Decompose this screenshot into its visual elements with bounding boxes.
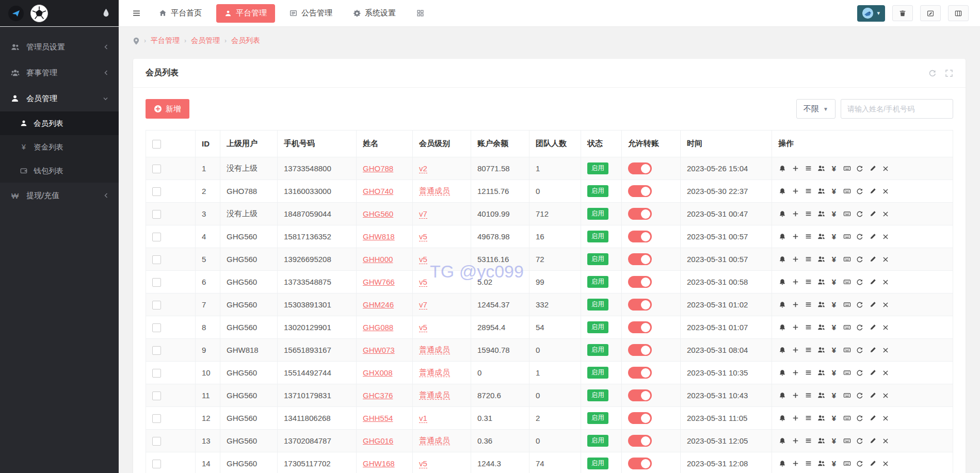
- detail-button[interactable]: [804, 392, 812, 400]
- layout-columns-button[interactable]: [948, 5, 969, 21]
- card-button[interactable]: [843, 165, 851, 173]
- sidebar-item-wallet-list[interactable]: 钱包列表: [0, 159, 119, 183]
- add-sub-button[interactable]: [791, 165, 799, 173]
- member-level-link[interactable]: v7: [419, 209, 427, 219]
- member-level-link[interactable]: v1: [419, 414, 427, 423]
- sidebar-item-member-list[interactable]: 会员列表: [0, 111, 119, 135]
- menu-toggle-icon[interactable]: [126, 0, 147, 27]
- team-button[interactable]: [817, 165, 825, 173]
- refresh-icon[interactable]: [928, 69, 937, 77]
- member-name-link[interactable]: GHO788: [363, 164, 393, 173]
- breadcrumb-link-platform[interactable]: 平台管理: [151, 36, 180, 45]
- team-button[interactable]: [817, 437, 825, 445]
- add-member-button[interactable]: 新增: [146, 99, 189, 119]
- member-name-link[interactable]: GHX008: [363, 368, 393, 377]
- team-button[interactable]: [817, 392, 825, 400]
- team-button[interactable]: [817, 414, 825, 422]
- card-button[interactable]: [843, 323, 851, 332]
- transfer-toggle[interactable]: [628, 276, 652, 288]
- delete-button[interactable]: [881, 392, 890, 400]
- team-button[interactable]: [817, 233, 825, 241]
- card-button[interactable]: [843, 187, 851, 195]
- sidebar-item-members[interactable]: 会员管理: [0, 86, 119, 111]
- filter-dropdown[interactable]: 不限 ▼: [796, 99, 836, 119]
- reset-button[interactable]: [856, 301, 864, 309]
- add-sub-button[interactable]: [791, 437, 799, 445]
- delete-button[interactable]: [881, 437, 890, 445]
- card-button[interactable]: [843, 392, 851, 400]
- detail-button[interactable]: [804, 460, 812, 468]
- transfer-toggle[interactable]: [628, 344, 652, 356]
- edit-button[interactable]: [869, 210, 877, 218]
- reset-button[interactable]: [856, 323, 864, 332]
- balance-button[interactable]: ¥: [830, 346, 838, 354]
- add-sub-button[interactable]: [791, 323, 799, 332]
- notify-button[interactable]: [778, 323, 786, 332]
- member-level-link[interactable]: 普通成员: [419, 186, 450, 195]
- member-name-link[interactable]: GHG016: [363, 436, 393, 445]
- card-button[interactable]: [843, 210, 851, 218]
- row-checkbox[interactable]: [152, 255, 161, 264]
- sidebar-item-funds-list[interactable]: ¥ 资金列表: [0, 135, 119, 159]
- header-checkbox[interactable]: [152, 140, 161, 149]
- edit-button[interactable]: [869, 301, 877, 309]
- nav-item-home[interactable]: 平台首页: [151, 0, 210, 27]
- edit-button[interactable]: [869, 278, 877, 286]
- team-button[interactable]: [817, 460, 825, 468]
- reset-button[interactable]: [856, 369, 864, 377]
- member-name-link[interactable]: GHW073: [363, 346, 395, 354]
- balance-button[interactable]: ¥: [830, 278, 838, 286]
- balance-button[interactable]: ¥: [830, 210, 838, 218]
- transfer-toggle[interactable]: [628, 367, 652, 379]
- team-button[interactable]: [817, 346, 825, 354]
- add-sub-button[interactable]: [791, 233, 799, 241]
- card-button[interactable]: [843, 233, 851, 241]
- detail-button[interactable]: [804, 323, 812, 332]
- notify-button[interactable]: [778, 301, 786, 309]
- edit-button[interactable]: [869, 255, 877, 264]
- row-checkbox[interactable]: [152, 437, 161, 446]
- card-button[interactable]: [843, 437, 851, 445]
- member-level-link[interactable]: 普通成员: [419, 390, 450, 400]
- nav-item-platform-admin[interactable]: 平台管理: [216, 4, 275, 23]
- card-button[interactable]: [843, 278, 851, 286]
- row-checkbox[interactable]: [152, 392, 161, 400]
- delete-button[interactable]: [881, 165, 890, 173]
- sidebar-item-withdraw-deposit[interactable]: ₩ 提现/充值: [0, 183, 119, 208]
- detail-button[interactable]: [804, 278, 812, 286]
- notify-button[interactable]: [778, 165, 786, 173]
- delete-button[interactable]: [881, 187, 890, 195]
- transfer-toggle[interactable]: [628, 389, 652, 401]
- team-button[interactable]: [817, 255, 825, 264]
- member-level-link[interactable]: v7: [419, 300, 427, 309]
- balance-button[interactable]: ¥: [830, 255, 838, 264]
- row-checkbox[interactable]: [152, 369, 161, 378]
- nav-item-settings[interactable]: 系统设置: [345, 0, 404, 27]
- edit-button[interactable]: [869, 460, 877, 468]
- delete-button[interactable]: [881, 346, 890, 354]
- search-input[interactable]: [841, 99, 953, 119]
- card-button[interactable]: [843, 346, 851, 354]
- card-button[interactable]: [843, 255, 851, 264]
- balance-button[interactable]: ¥: [830, 437, 838, 445]
- fullscreen-icon[interactable]: [945, 69, 953, 77]
- notify-button[interactable]: [778, 187, 786, 195]
- transfer-toggle[interactable]: [628, 162, 652, 174]
- breadcrumb-link-members[interactable]: 会员管理: [191, 36, 220, 45]
- add-sub-button[interactable]: [791, 278, 799, 286]
- notify-button[interactable]: [778, 346, 786, 354]
- team-button[interactable]: [817, 210, 825, 218]
- notes-button[interactable]: [920, 5, 941, 21]
- card-button[interactable]: [843, 460, 851, 468]
- edit-button[interactable]: [869, 392, 877, 400]
- detail-button[interactable]: [804, 369, 812, 377]
- trash-button[interactable]: [892, 5, 913, 21]
- transfer-toggle[interactable]: [628, 458, 652, 469]
- team-button[interactable]: [817, 278, 825, 286]
- nav-item-apps-grid[interactable]: [408, 0, 432, 27]
- reset-button[interactable]: [856, 414, 864, 422]
- member-name-link[interactable]: GHM246: [363, 300, 394, 309]
- detail-button[interactable]: [804, 301, 812, 309]
- edit-button[interactable]: [869, 414, 877, 422]
- team-button[interactable]: [817, 369, 825, 377]
